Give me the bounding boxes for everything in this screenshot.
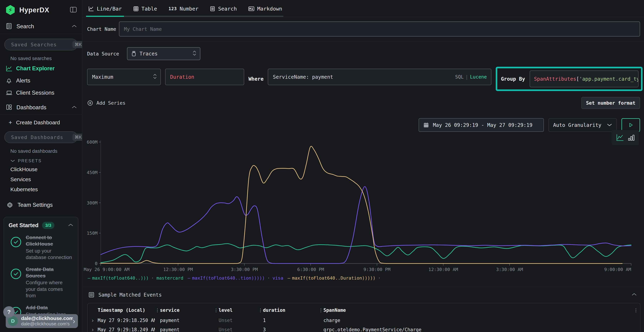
team-settings-item[interactable]: Team Settings — [0, 194, 82, 211]
preset-services[interactable]: Services — [0, 174, 82, 184]
gear-icon — [6, 202, 18, 208]
column-resize-handle[interactable]: ⋮ — [318, 308, 324, 313]
sidebar-item-chart-explorer[interactable]: Chart Explorer — [0, 62, 82, 74]
database-icon — [131, 50, 137, 57]
expand-row-icon[interactable]: › — [88, 318, 98, 323]
legend-swatch: — — [188, 276, 190, 281]
col-spanname[interactable]: SpanName — [324, 308, 632, 313]
cell-timestamp: May 27 9:29:18.249 AM — [98, 327, 155, 332]
tab-markdown[interactable]: Markdown — [247, 5, 283, 16]
where-input[interactable]: ServiceName: payment SQL|Lucene — [268, 69, 492, 85]
line-display-icon[interactable] — [616, 134, 624, 141]
saved-dashboards-input[interactable] — [11, 134, 72, 140]
tab-line-bar[interactable]: Line/Bar — [87, 5, 123, 16]
granularity-select[interactable]: Auto Granularity — [548, 118, 617, 132]
sql-option[interactable]: SQL — [455, 74, 464, 80]
group-by-arg-token: 'app.payment.card_type' — [579, 76, 638, 82]
chevron-up-icon[interactable] — [72, 24, 77, 28]
cell-level: Unset — [218, 327, 258, 332]
sidebar-item-client-sessions[interactable]: Client Sessions — [0, 87, 82, 99]
cell-timestamp: May 27 9:29:18.250 AM — [98, 318, 155, 323]
get-started-item[interactable]: Create Data Sources Configure where your… — [8, 266, 73, 299]
lucene-option[interactable]: Lucene — [470, 74, 487, 80]
saved-searches-input[interactable] — [11, 42, 72, 48]
query-language-toggle[interactable]: SQL|Lucene — [455, 74, 487, 80]
preset-kubernetes[interactable]: Kubernetes — [0, 184, 82, 194]
chart-name-row: Chart Name — [82, 17, 644, 41]
get-started-item-title: Add Data — [26, 305, 48, 310]
chart-name-input[interactable] — [119, 22, 640, 36]
sidebar-section-dashboards[interactable]: Dashboards — [0, 100, 82, 115]
no-saved-searches-text: No saved searches — [0, 50, 82, 62]
col-service[interactable]: service — [160, 308, 214, 313]
check-circle-icon — [11, 269, 21, 279]
help-button[interactable]: ? — [3, 306, 15, 318]
column-resize-handle[interactable]: ⋮ — [155, 308, 160, 313]
get-started-item[interactable]: Connect to ClickHouse Set up your databa… — [8, 234, 73, 261]
set-number-format-button[interactable]: Set number format — [582, 97, 640, 109]
legend-item[interactable]: —maxIf(toFloat640..)))·mastercard — [88, 276, 183, 281]
line-chart-icon — [88, 6, 94, 12]
get-started-item-title: Create Data Sources — [26, 266, 54, 278]
laptop-icon — [6, 90, 16, 96]
sidebar-dashboards-label: Dashboards — [16, 104, 46, 111]
series-line-visa — [101, 186, 631, 264]
legend-group-value: mastercard — [156, 276, 183, 281]
create-dashboard-label: Create Dashboard — [16, 120, 60, 126]
bar-display-icon[interactable] — [628, 134, 635, 141]
cell-spanname: grpc.oteldemo.PaymentService/Charge — [324, 327, 632, 332]
x-axis-tick: 3:30:00 AM — [496, 267, 523, 272]
cell-duration: 1 — [263, 318, 318, 323]
col-timestamp[interactable]: Timestamp (Local) — [98, 308, 155, 313]
bracket-token: [ — [576, 76, 579, 82]
get-started-item-title: Connect to ClickHouse — [26, 235, 53, 247]
check-circle-icon — [11, 237, 21, 247]
sidebar-collapse-icon[interactable] — [70, 6, 77, 14]
presets-toggle[interactable]: PRESETS — [0, 155, 82, 164]
y-axis-tick: 300M — [87, 200, 98, 206]
events-table: Timestamp (Local) ⋮ service ⋮ level ⋮ du… — [87, 303, 640, 332]
chart-area: 0150M300M450M600MMay 26 9:00:00 AM12:30:… — [86, 134, 642, 272]
date-range-input[interactable]: May 26 09:29:19 - May 27 09:29:19 — [418, 118, 544, 132]
x-axis-tick: 6:30:00 PM — [297, 267, 324, 272]
expand-row-icon[interactable]: › — [88, 327, 98, 332]
table-icon — [133, 6, 139, 12]
create-dashboard-button[interactable]: + Create Dashboard — [0, 115, 82, 127]
granularity-value: Auto Granularity — [553, 122, 602, 128]
timeseries-chart[interactable]: 0150M300M450M600MMay 26 9:00:00 AM12:30:… — [86, 134, 642, 272]
column-resize-handle[interactable]: ⋮ — [258, 308, 263, 313]
sidebar-section-search[interactable]: Search — [0, 19, 82, 34]
group-by-input[interactable]: SpanAttributes['app.payment.card_type'] — [530, 70, 638, 87]
saved-searches-input-wrap: ⌘K — [4, 39, 78, 50]
y-axis-tick: 150M — [87, 230, 98, 236]
chevron-up-icon[interactable] — [68, 224, 73, 227]
column-resize-handle[interactable]: ⋮ — [214, 308, 218, 313]
data-source-select[interactable]: Traces — [127, 47, 200, 60]
add-series-button[interactable]: Add Series — [87, 100, 126, 106]
column-menu[interactable]: ⋮ — [632, 308, 640, 313]
cell-duration: 3 — [263, 327, 318, 332]
collapse-section-icon[interactable] — [632, 293, 637, 297]
sidebar-item-alerts[interactable]: Alerts — [0, 74, 82, 87]
tab-number[interactable]: 123 Number — [168, 5, 200, 16]
sidebar-item-label: Client Sessions — [16, 90, 54, 96]
field-input[interactable]: Duration — [165, 69, 244, 85]
table-row[interactable]: › May 27 9:29:18.250 AM payment Unset 1 … — [88, 316, 640, 325]
add-series-row: Add Series Set number format — [82, 97, 644, 109]
aggregation-select[interactable]: Maximum — [87, 69, 161, 85]
get-started-card: Get Started 3/3 Connect to ClickHouse Se… — [4, 217, 78, 317]
user-menu[interactable]: D dale@clickhouse.com dale@clickhouse.co… — [6, 314, 78, 328]
legend-item[interactable]: —maxIf(toFloat640..tion)))))·visa — [188, 276, 283, 281]
legend-item[interactable]: —maxIf(toFloat640..Duration)))))· — [288, 276, 382, 281]
series-line-mastercard — [101, 244, 631, 263]
y-axis-tick: 600M — [87, 140, 98, 145]
tab-table[interactable]: Table — [132, 5, 158, 16]
chevron-up-icon[interactable] — [72, 106, 77, 110]
legend-swatch: — — [288, 276, 290, 281]
data-source-label: Data Source — [87, 51, 127, 56]
col-duration[interactable]: duration — [263, 308, 318, 313]
col-level[interactable]: level — [218, 308, 258, 313]
preset-clickhouse[interactable]: ClickHouse — [0, 164, 82, 174]
tab-search[interactable]: Search — [209, 5, 238, 16]
table-row[interactable]: › May 27 9:29:18.249 AM payment Unset 3 … — [88, 325, 640, 332]
